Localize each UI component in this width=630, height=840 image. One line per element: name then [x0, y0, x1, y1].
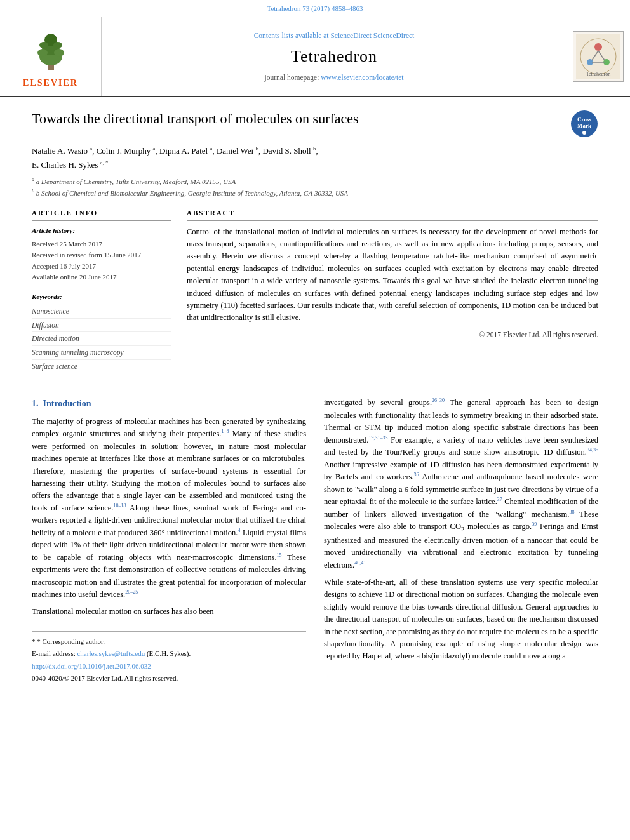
intro-col-right: investigated by several groups.26–30 The…: [324, 397, 598, 686]
keyword-directed-motion: Directed motion: [32, 332, 171, 346]
journal-title: Tetrahedron: [291, 44, 377, 69]
elsevier-tree-icon: [25, 23, 76, 74]
svg-point-5: [54, 49, 64, 57]
article-history-label: Article history:: [32, 226, 171, 236]
email-link[interactable]: charles.sykes@tufts.edu: [77, 650, 145, 657]
journal-header: ELSEVIER Contents lists available at Sci…: [0, 17, 630, 97]
sciencedirect-link[interactable]: ScienceDirect: [373, 32, 415, 39]
doi-link[interactable]: http://dx.doi.org/10.1016/j.tet.2017.06.…: [32, 662, 151, 670]
available-online-date: Available online 20 June 2017: [32, 272, 171, 283]
keyword-nanoscience: Nanoscience: [32, 305, 171, 319]
received-revised-date: Received in revised form 15 June 2017: [32, 250, 171, 261]
intro-para-2: Translational molecular motion on surfac…: [32, 606, 306, 618]
footnote-doi: http://dx.doi.org/10.1016/j.tet.2017.06.…: [32, 662, 306, 671]
authors-line: Natalie A. Wasio a, Colin J. Murphy a, D…: [32, 144, 598, 172]
intro-heading: 1. Introduction: [32, 397, 306, 411]
footnote-email: E-mail address: charles.sykes@tufts.edu …: [32, 649, 306, 658]
article-history-block: Article history: Received 25 March 2017 …: [32, 226, 171, 283]
footnote-corresponding: * * Corresponding author.: [32, 637, 306, 646]
abstract-col: ABSTRACT Control of the translational mo…: [187, 208, 598, 374]
footnote-area: * * Corresponding author. E-mail address…: [32, 631, 306, 684]
affiliations: a a Department of Chemistry, Tufts Unive…: [32, 176, 598, 197]
publisher-logo-area: ELSEVIER: [0, 17, 102, 96]
keyword-stm: Scanning tunneling microscopy: [32, 346, 171, 360]
svg-text:Cross: Cross: [577, 116, 591, 123]
svg-text:Tetrahedron: Tetrahedron: [586, 71, 611, 77]
accepted-date: Accepted 16 July 2017: [32, 261, 171, 272]
elsevier-brand-text: ELSEVIER: [23, 77, 78, 90]
intro-col2-para-1: investigated by several groups.26–30 The…: [324, 397, 598, 571]
intro-section: 1. Introduction The majority of progress…: [32, 397, 598, 686]
svg-point-7: [53, 42, 62, 48]
svg-text:Mark: Mark: [577, 123, 591, 129]
svg-point-4: [37, 49, 48, 57]
intro-col2-para-2: While state-of-the-art, all of these tra…: [324, 577, 598, 663]
tet-cover-image: Tetrahedron: [573, 31, 624, 82]
section-divider: [32, 385, 598, 385]
elsevier-logo: ELSEVIER: [23, 23, 78, 90]
keyword-surface-science: Surface science: [32, 360, 171, 374]
keywords-block: Keywords: Nanoscience Diffusion Directed…: [32, 292, 171, 373]
info-abstract-section: ARTICLE INFO Article history: Received 2…: [32, 208, 598, 374]
received-date: Received 25 March 2017: [32, 239, 171, 250]
article-info-col: ARTICLE INFO Article history: Received 2…: [32, 208, 171, 374]
keywords-label: Keywords:: [32, 292, 171, 302]
abstract-text: Control of the translational motion of i…: [187, 226, 598, 324]
tetrahedron-cover-icon: Tetrahedron: [576, 34, 620, 79]
sciencedirect-info: Contents lists available at ScienceDirec…: [254, 30, 415, 41]
keyword-diffusion: Diffusion: [32, 319, 171, 333]
article-title: Towards the directional transport of mol…: [32, 110, 560, 128]
article-title-row: Towards the directional transport of mol…: [32, 110, 598, 138]
crossmark-icon[interactable]: Cross Mark: [570, 110, 598, 138]
article-info-heading: ARTICLE INFO: [32, 208, 171, 221]
journal-citation: Tetrahedron 73 (2017) 4858–4863: [267, 4, 363, 12]
journal-cover-area: Tetrahedron: [566, 17, 630, 96]
intro-para-1: The majority of progress of molecular ma…: [32, 416, 306, 601]
svg-point-6: [39, 42, 48, 48]
abstract-heading: ABSTRACT: [187, 208, 598, 221]
abstract-copyright: © 2017 Elsevier Ltd. All rights reserved…: [187, 330, 598, 340]
homepage-url[interactable]: www.elsevier.com/locate/tet: [321, 74, 403, 81]
svg-point-20: [582, 131, 586, 135]
intro-col-left: 1. Introduction The majority of progress…: [32, 397, 306, 686]
article-content: Towards the directional transport of mol…: [0, 97, 630, 698]
journal-title-area: Contents lists available at ScienceDirec…: [102, 17, 566, 96]
svg-point-10: [594, 43, 602, 51]
footnote-copyright: 0040-4020/© 2017 Elsevier Ltd. All right…: [32, 674, 306, 683]
journal-homepage: journal homepage: www.elsevier.com/locat…: [265, 72, 404, 83]
journal-info-bar: Tetrahedron 73 (2017) 4858–4863: [0, 0, 630, 17]
